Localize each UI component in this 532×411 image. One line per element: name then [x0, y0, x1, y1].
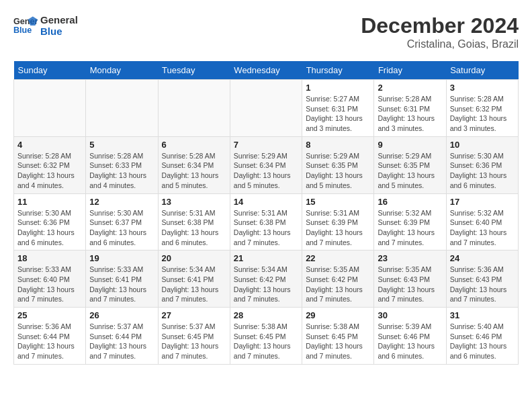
day-header-monday: Monday: [86, 61, 158, 80]
logo: General Blue General Blue: [13, 13, 78, 38]
day-detail: Sunrise: 5:29 AM Sunset: 6:34 PM Dayligh…: [234, 151, 298, 191]
calendar-cell: 29Sunrise: 5:38 AM Sunset: 6:45 PM Dayli…: [302, 308, 374, 365]
day-detail: Sunrise: 5:27 AM Sunset: 6:31 PM Dayligh…: [306, 94, 370, 134]
day-detail: Sunrise: 5:37 AM Sunset: 6:44 PM Dayligh…: [89, 322, 154, 361]
calendar-week-1: 1Sunrise: 5:27 AM Sunset: 6:31 PM Daylig…: [14, 80, 519, 137]
day-number: 7: [234, 140, 298, 150]
calendar-cell: 8Sunrise: 5:29 AM Sunset: 6:35 PM Daylig…: [302, 136, 374, 193]
day-detail: Sunrise: 5:39 AM Sunset: 6:46 PM Dayligh…: [378, 322, 442, 361]
calendar-cell: 30Sunrise: 5:39 AM Sunset: 6:46 PM Dayli…: [374, 308, 446, 365]
calendar-cell: 31Sunrise: 5:40 AM Sunset: 6:46 PM Dayli…: [446, 308, 518, 365]
page-header: General Blue General Blue December 2024 …: [13, 13, 519, 50]
day-number: 2: [378, 83, 442, 93]
day-number: 12: [89, 197, 154, 207]
calendar-cell: 22Sunrise: 5:35 AM Sunset: 6:42 PM Dayli…: [302, 250, 374, 308]
calendar-cell: [230, 80, 302, 137]
day-detail: Sunrise: 5:31 AM Sunset: 6:39 PM Dayligh…: [306, 208, 370, 248]
location: Cristalina, Goias, Brazil: [361, 38, 519, 50]
logo-text-line1: General: [40, 14, 78, 26]
day-number: 20: [162, 253, 226, 263]
day-detail: Sunrise: 5:38 AM Sunset: 6:45 PM Dayligh…: [234, 322, 298, 361]
svg-text:Blue: Blue: [13, 26, 32, 35]
day-number: 22: [306, 253, 370, 263]
calendar-cell: 20Sunrise: 5:34 AM Sunset: 6:41 PM Dayli…: [158, 250, 230, 308]
day-detail: Sunrise: 5:34 AM Sunset: 6:42 PM Dayligh…: [234, 265, 298, 304]
day-number: 5: [89, 140, 154, 150]
day-number: 16: [378, 197, 442, 207]
day-detail: Sunrise: 5:37 AM Sunset: 6:45 PM Dayligh…: [162, 322, 226, 361]
day-detail: Sunrise: 5:28 AM Sunset: 6:31 PM Dayligh…: [378, 94, 442, 134]
logo-text-line2: Blue: [40, 26, 78, 37]
calendar-cell: 25Sunrise: 5:36 AM Sunset: 6:44 PM Dayli…: [14, 308, 86, 365]
calendar-cell: 16Sunrise: 5:32 AM Sunset: 6:39 PM Dayli…: [374, 193, 446, 250]
day-header-tuesday: Tuesday: [158, 61, 230, 80]
day-detail: Sunrise: 5:28 AM Sunset: 6:32 PM Dayligh…: [17, 151, 82, 191]
day-detail: Sunrise: 5:36 AM Sunset: 6:44 PM Dayligh…: [17, 322, 82, 361]
day-number: 11: [17, 197, 82, 207]
day-number: 17: [450, 197, 515, 207]
day-detail: Sunrise: 5:29 AM Sunset: 6:35 PM Dayligh…: [306, 151, 370, 191]
day-detail: Sunrise: 5:28 AM Sunset: 6:34 PM Dayligh…: [162, 151, 226, 191]
day-header-sunday: Sunday: [14, 61, 86, 80]
calendar-cell: 1Sunrise: 5:27 AM Sunset: 6:31 PM Daylig…: [302, 80, 374, 137]
day-number: 26: [89, 310, 154, 320]
day-header-wednesday: Wednesday: [230, 61, 302, 80]
calendar-cell: 7Sunrise: 5:29 AM Sunset: 6:34 PM Daylig…: [230, 136, 302, 193]
day-detail: Sunrise: 5:28 AM Sunset: 6:32 PM Dayligh…: [450, 94, 515, 134]
calendar-cell: [86, 80, 158, 137]
day-number: 28: [234, 310, 298, 320]
calendar-cell: 13Sunrise: 5:31 AM Sunset: 6:38 PM Dayli…: [158, 193, 230, 250]
day-detail: Sunrise: 5:33 AM Sunset: 6:40 PM Dayligh…: [17, 265, 82, 304]
calendar-cell: 23Sunrise: 5:35 AM Sunset: 6:43 PM Dayli…: [374, 250, 446, 308]
calendar-cell: 6Sunrise: 5:28 AM Sunset: 6:34 PM Daylig…: [158, 136, 230, 193]
day-header-friday: Friday: [374, 61, 446, 80]
day-number: 13: [162, 197, 226, 207]
calendar-cell: 4Sunrise: 5:28 AM Sunset: 6:32 PM Daylig…: [14, 136, 86, 193]
day-detail: Sunrise: 5:38 AM Sunset: 6:45 PM Dayligh…: [306, 322, 370, 361]
calendar-cell: 2Sunrise: 5:28 AM Sunset: 6:31 PM Daylig…: [374, 80, 446, 137]
day-number: 8: [306, 140, 370, 150]
calendar-header-row: SundayMondayTuesdayWednesdayThursdayFrid…: [14, 61, 519, 80]
day-number: 31: [450, 310, 515, 320]
calendar-cell: 10Sunrise: 5:30 AM Sunset: 6:36 PM Dayli…: [446, 136, 518, 193]
calendar-cell: 5Sunrise: 5:28 AM Sunset: 6:33 PM Daylig…: [86, 136, 158, 193]
calendar-cell: 17Sunrise: 5:32 AM Sunset: 6:40 PM Dayli…: [446, 193, 518, 250]
day-detail: Sunrise: 5:40 AM Sunset: 6:46 PM Dayligh…: [450, 322, 515, 361]
calendar-cell: 12Sunrise: 5:30 AM Sunset: 6:37 PM Dayli…: [86, 193, 158, 250]
calendar-table: SundayMondayTuesdayWednesdayThursdayFrid…: [13, 61, 519, 365]
day-number: 3: [450, 83, 515, 93]
day-header-saturday: Saturday: [446, 61, 518, 80]
calendar-week-5: 25Sunrise: 5:36 AM Sunset: 6:44 PM Dayli…: [14, 308, 519, 365]
day-number: 4: [17, 140, 82, 150]
calendar-cell: [14, 80, 86, 137]
day-detail: Sunrise: 5:36 AM Sunset: 6:43 PM Dayligh…: [450, 265, 515, 304]
day-detail: Sunrise: 5:30 AM Sunset: 6:36 PM Dayligh…: [17, 208, 82, 248]
calendar-cell: 19Sunrise: 5:33 AM Sunset: 6:41 PM Dayli…: [86, 250, 158, 308]
day-number: 23: [378, 253, 442, 263]
day-number: 6: [162, 140, 226, 150]
day-number: 24: [450, 253, 515, 263]
calendar-week-2: 4Sunrise: 5:28 AM Sunset: 6:32 PM Daylig…: [14, 136, 519, 193]
calendar-cell: 14Sunrise: 5:31 AM Sunset: 6:38 PM Dayli…: [230, 193, 302, 250]
day-detail: Sunrise: 5:35 AM Sunset: 6:42 PM Dayligh…: [306, 265, 370, 304]
day-number: 25: [17, 310, 82, 320]
day-number: 18: [17, 253, 82, 263]
day-detail: Sunrise: 5:30 AM Sunset: 6:37 PM Dayligh…: [89, 208, 154, 248]
day-detail: Sunrise: 5:29 AM Sunset: 6:35 PM Dayligh…: [378, 151, 442, 191]
day-detail: Sunrise: 5:32 AM Sunset: 6:39 PM Dayligh…: [378, 208, 442, 248]
day-detail: Sunrise: 5:35 AM Sunset: 6:43 PM Dayligh…: [378, 265, 442, 304]
calendar-cell: 15Sunrise: 5:31 AM Sunset: 6:39 PM Dayli…: [302, 193, 374, 250]
calendar-week-3: 11Sunrise: 5:30 AM Sunset: 6:36 PM Dayli…: [14, 193, 519, 250]
day-number: 14: [234, 197, 298, 207]
logo-icon: General Blue: [13, 13, 38, 38]
day-detail: Sunrise: 5:32 AM Sunset: 6:40 PM Dayligh…: [450, 208, 515, 248]
day-number: 19: [89, 253, 154, 263]
day-detail: Sunrise: 5:30 AM Sunset: 6:36 PM Dayligh…: [450, 151, 515, 191]
day-number: 1: [306, 83, 370, 93]
calendar-cell: 11Sunrise: 5:30 AM Sunset: 6:36 PM Dayli…: [14, 193, 86, 250]
day-number: 29: [306, 310, 370, 320]
calendar-cell: 9Sunrise: 5:29 AM Sunset: 6:35 PM Daylig…: [374, 136, 446, 193]
calendar-cell: 21Sunrise: 5:34 AM Sunset: 6:42 PM Dayli…: [230, 250, 302, 308]
calendar-cell: 26Sunrise: 5:37 AM Sunset: 6:44 PM Dayli…: [86, 308, 158, 365]
calendar-cell: 28Sunrise: 5:38 AM Sunset: 6:45 PM Dayli…: [230, 308, 302, 365]
